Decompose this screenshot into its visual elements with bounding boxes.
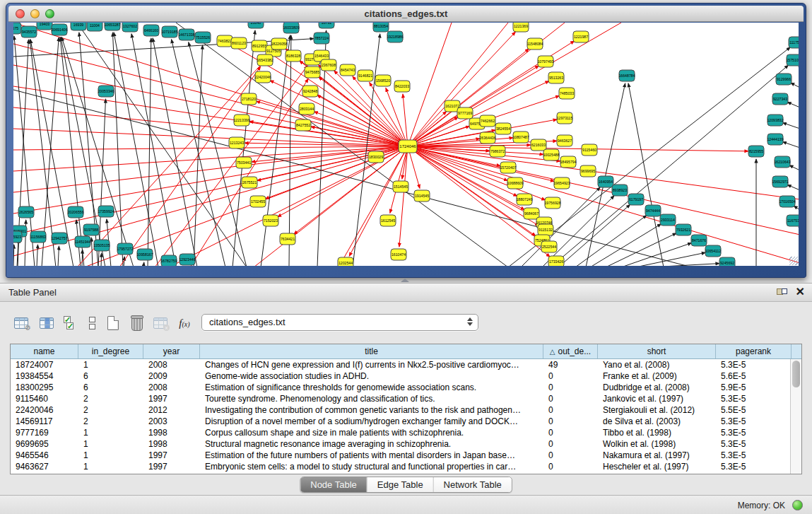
panel-mode-icon[interactable] [82, 313, 102, 333]
delete-table-icon: x [151, 313, 170, 333]
close-panel-icon[interactable]: ✕ [796, 286, 805, 297]
graph-node-label: 9475685 [305, 70, 319, 74]
graph-node-label: 20206556 [67, 210, 83, 214]
graph-node-label: 8912955 [252, 44, 266, 48]
graph-node-label: 15692971 [772, 180, 788, 184]
graph-node-label: 9245692 [720, 261, 734, 265]
graph-node-label: 16782759 [160, 259, 177, 263]
column-header-title[interactable]: title [200, 344, 543, 358]
table-cell: 18724007 [11, 359, 78, 370]
new-column-icon[interactable] [103, 313, 123, 333]
column-header-name[interactable]: name [11, 344, 78, 358]
table-cell: Genome-wide association studies in ADHD. [200, 370, 543, 382]
graph-node-label: 1914545 [415, 194, 429, 198]
network-svg[interactable]: 1667594355721940320691406169391100410653… [13, 23, 799, 266]
graph-node-label: 7986372 [490, 149, 505, 153]
table-cell: Tibbo et al. (1998) [598, 427, 716, 438]
network-window[interactable]: citations_edges.txt 16675943557219403206… [6, 3, 806, 278]
table-cell: Wolkin et al. (1998) [598, 438, 716, 450]
table-row[interactable]: 2242004622012Investigating the contribut… [11, 404, 790, 416]
table-cell: 1 [78, 438, 143, 450]
panel-splitter-handle[interactable] [401, 279, 409, 282]
graph-node-label: 10807487 [512, 135, 529, 139]
table-cell: 0 [543, 393, 598, 404]
table-row[interactable]: 969969511998Structural magnetic resonanc… [11, 438, 790, 450]
table-cell: 1 [78, 427, 143, 438]
table-vertical-scrollbar[interactable] [790, 359, 801, 474]
graph-node-label: 1221369 [514, 24, 528, 28]
graph-node-label: 9115460 [582, 148, 596, 152]
table-cell: 1998 [143, 438, 200, 450]
scrollbar-thumb[interactable] [792, 361, 800, 387]
graph-node-label: 1117533 [789, 40, 799, 45]
column-header-pagerank[interactable]: pagerank [716, 344, 792, 358]
column-header-out_de[interactable]: △out_de... [543, 344, 598, 358]
table-selector-value: citations_edges.txt [209, 317, 286, 327]
graph-node-label: 2367608 [322, 63, 336, 67]
canvas-resize-grip[interactable] [789, 257, 798, 265]
graph-node-label: 11004 [90, 23, 100, 28]
memory-status-indicator-icon [792, 500, 803, 510]
graph-node-label: 12923446 [179, 257, 195, 262]
graph-node-label: 9227343 [773, 97, 787, 101]
table-cell: 1997 [143, 461, 200, 472]
graph-node-label: 12444139 [767, 137, 783, 141]
table-cell: 0 [543, 427, 598, 438]
table-cell: 0 [543, 438, 598, 450]
graph-node-label: 1621072 [445, 104, 459, 108]
graph-node-label: 12213399 [233, 118, 249, 122]
graph-node-label: 19756928 [544, 201, 560, 205]
table-selector-dropdown[interactable]: citations_edges.txt [201, 314, 478, 331]
graph-node-label: 9684067 [524, 211, 539, 216]
network-canvas[interactable]: 1667594355721940320691406169391100410653… [13, 23, 799, 266]
graph-node-label: 11451944 [75, 240, 91, 244]
table-cell: 5.6E-5 [716, 370, 790, 382]
table-row[interactable]: 911546021997Tourette syndrome. Phenomeno… [11, 393, 790, 404]
tab-edge-table[interactable]: Edge Table [367, 477, 434, 492]
tab-node-table[interactable]: Node Table [300, 477, 367, 492]
table-row[interactable]: 977716911998Corpus callosum shape and si… [11, 427, 790, 438]
table-cell: Corpus callosum shape and size in male p… [200, 427, 543, 438]
table-cell: 2003 [143, 416, 200, 427]
table-row[interactable]: 1938455462009Genome-wide association stu… [11, 370, 790, 382]
network-window-titlebar[interactable]: citations_edges.txt [8, 6, 804, 22]
memory-status-label: Memory: OK [738, 501, 785, 510]
table-cell: 0 [543, 370, 598, 382]
table-cell: 9699695 [11, 438, 78, 450]
graph-node-label: 11156863 [30, 235, 46, 239]
delete-column-icon[interactable] [127, 313, 147, 333]
graph-node-label: 12942757 [51, 236, 67, 240]
row-selection-icon[interactable]: ✓✓ [61, 313, 81, 333]
float-panel-icon[interactable] [777, 286, 787, 297]
table-row[interactable]: 946362711997Embryonic stem cells: a mode… [11, 461, 790, 472]
graph-node-label: 9513263 [549, 76, 563, 80]
column-header-in_degree[interactable]: in_degree [78, 344, 143, 358]
graph-nodes: 1667594355721940320691406169391100410653… [13, 23, 799, 266]
table-cell: 5.3E-5 [716, 359, 790, 370]
sort-ascending-icon: △ [550, 348, 555, 356]
graph-node-label: 1514545 [394, 185, 408, 189]
table-cell: de Silva et al. (2003) [598, 416, 716, 427]
graph-node-label: 10653287 [104, 23, 120, 27]
graph-node-label: 18731 [322, 23, 332, 25]
table-settings-icon[interactable]: ⚙ [11, 313, 31, 333]
column-visibility-icon[interactable] [37, 313, 57, 333]
graph-node-label: 1640954 [599, 180, 613, 184]
table-row[interactable]: 946554611997Estimation of the future num… [11, 450, 790, 461]
column-header-short[interactable]: short [598, 344, 716, 358]
tab-network-table[interactable]: Network Table [434, 477, 512, 492]
table-cell: 9777169 [11, 427, 78, 438]
graph-node-label: 13505135 [93, 243, 110, 247]
function-builder-icon[interactable]: f(x) [175, 313, 194, 333]
graph-node-label: 9777169 [458, 111, 472, 115]
table-row[interactable]: 1872400712008Changes of HCN gene express… [11, 359, 790, 370]
graph-node-label: 18226058 [271, 42, 287, 46]
graph-node-label: 9146821 [358, 74, 372, 78]
graph-node-label: 7932621 [676, 228, 690, 232]
column-header-year[interactable]: year [143, 344, 200, 358]
graph-node-label: 1733426 [549, 259, 563, 264]
table-row[interactable]: 1456911722003Disruption of a novel membe… [11, 416, 790, 427]
table-row[interactable]: 1830029562008Estimation of significance … [11, 382, 790, 393]
graph-node-label: 14671338 [178, 33, 194, 37]
graph-node-label: 9435572 [22, 30, 36, 34]
